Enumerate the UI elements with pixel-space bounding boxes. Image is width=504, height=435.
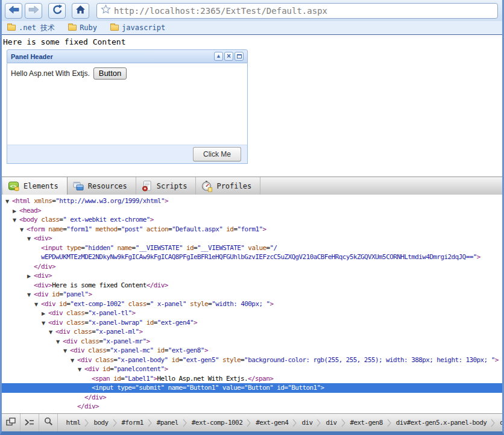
breadcrumb-item[interactable]: #ext-gen8 <box>346 419 387 427</box>
dom-tree-line[interactable]: </div> <box>2 262 502 272</box>
folder-icon <box>68 25 77 31</box>
restore-button[interactable] <box>235 52 244 61</box>
bookmark-label: Ruby <box>80 23 97 32</box>
dom-tree-line[interactable]: ▶<div> <box>2 271 502 281</box>
folder-icon <box>110 25 119 31</box>
disclosure-expanded-icon[interactable]: ▼ <box>42 319 48 328</box>
dom-tree-line[interactable]: ▼<div class="x-panel-bwrap" id="ext-gen4… <box>2 318 502 328</box>
back-icon <box>8 5 19 16</box>
dom-tree-line[interactable]: ▶<div class="x-panel-tl"> <box>2 308 502 318</box>
dom-tree-line[interactable]: <div>Here is some fixed Content</div> <box>2 281 502 290</box>
fixed-content-text: Here is some fixed Content <box>3 37 126 46</box>
search-icon <box>44 417 53 428</box>
bookmark-item[interactable]: Ruby <box>68 23 97 32</box>
dom-tree-line[interactable]: ▼<div class="x-panel-mr"> <box>2 337 502 346</box>
dom-tree: ▼<html xmlns="http://www.w3.org/1999/xht… <box>2 195 502 413</box>
dom-tree-line[interactable]: ▼<div class="x-panel-mc" id="ext-gen8"> <box>2 346 502 355</box>
breadcrumb-item[interactable]: #ext-comp-1002 <box>187 419 247 427</box>
disclosure-expanded-icon[interactable]: ▼ <box>56 337 63 347</box>
disclosure-expanded-icon[interactable]: ▼ <box>5 197 12 207</box>
dom-tree-line[interactable]: ▼<div> <box>2 234 502 243</box>
bookmark-label: javascript <box>122 23 165 32</box>
disclosure-collapsed-icon[interactable]: ▶ <box>42 309 48 319</box>
disclosure-expanded-icon[interactable]: ▼ <box>71 356 77 366</box>
search-button[interactable] <box>39 414 58 431</box>
forward-button[interactable] <box>25 3 42 19</box>
dom-tree-line[interactable]: ▼<div id="panelcontent"> <box>2 365 502 374</box>
breadcrumb-separator-icon <box>113 417 118 429</box>
dom-tree-line[interactable]: ▼<html xmlns="http://www.w3.org/1999/xht… <box>2 196 502 206</box>
dock-button[interactable] <box>2 414 20 431</box>
breadcrumb-item[interactable]: body <box>89 419 112 427</box>
tab-label: Profiles <box>216 182 251 190</box>
click-me-button[interactable]: Click Me <box>193 147 241 161</box>
breadcrumb-item[interactable]: #form1 <box>118 419 148 427</box>
collapse-icon: ▲ <box>217 54 220 58</box>
dock-icon <box>6 418 16 428</box>
disclosure-expanded-icon[interactable]: ▼ <box>49 328 55 337</box>
elements-icon: <> <box>8 180 20 192</box>
panel-title: Panel Header <box>11 53 213 60</box>
url-bar[interactable]: http://localhost:2365/ExtTest/Default.as… <box>96 3 498 19</box>
folder-icon <box>7 25 16 31</box>
breadcrumb-item[interactable]: #ext-gen4 <box>251 419 292 427</box>
dom-tree-line[interactable]: ▼<form name="form1" method="post" action… <box>2 225 502 234</box>
button1[interactable]: Button <box>93 67 127 80</box>
disclosure-collapsed-icon[interactable]: ▶ <box>27 272 34 281</box>
tab-resources[interactable]: Resources <box>68 177 136 195</box>
disclosure-expanded-icon[interactable]: ▼ <box>13 216 19 225</box>
disclosure-collapsed-icon[interactable]: ▶ <box>13 207 19 216</box>
close-button[interactable]: × <box>224 52 233 61</box>
tab-label: Elements <box>24 182 58 190</box>
scripts-icon <box>141 180 153 192</box>
breadcrumb-item[interactable]: div <box>496 419 502 427</box>
panel-label: Hello Asp.net With Extjs. <box>11 69 90 78</box>
breadcrumb-item[interactable]: #panel <box>153 419 183 427</box>
dom-tree-line[interactable]: ▶<head> <box>2 206 502 216</box>
disclosure-expanded-icon[interactable]: ▼ <box>34 300 41 310</box>
url-input[interactable]: http://localhost:2365/ExtTest/Default.as… <box>114 6 327 16</box>
home-icon <box>75 5 86 16</box>
dom-tree-line[interactable]: <input type="hidden" name="__VIEWSTATE" … <box>2 243 502 253</box>
breadcrumb-item[interactable]: div#ext-gen5.x-panel-body <box>392 419 491 427</box>
tab-elements[interactable]: <>Elements <box>3 177 68 195</box>
dom-tree-line[interactable]: </div> <box>2 393 502 402</box>
dom-tree-line[interactable]: ▼<div class="x-panel-ml"> <box>2 327 502 337</box>
bookmark-star-icon[interactable] <box>101 4 111 17</box>
bookmark-item[interactable]: .net 技术 <box>7 23 55 33</box>
console-button[interactable] <box>20 414 39 431</box>
bookmark-item[interactable]: javascript <box>110 23 165 32</box>
dom-tree-line[interactable]: ▼<div id="ext-comp-1002" class=" x-panel… <box>2 299 502 309</box>
nav-toolbar: http://localhost:2365/ExtTest/Default.as… <box>2 0 502 21</box>
tab-profiles[interactable]: Profiles <box>196 177 260 195</box>
disclosure-expanded-icon[interactable]: ▼ <box>20 225 27 235</box>
forward-icon <box>28 5 39 16</box>
dom-tree-line[interactable]: ▼<div class="x-panel-body" id="ext-gen5"… <box>2 355 502 365</box>
bookmark-label: .net 技术 <box>19 23 55 33</box>
home-button[interactable] <box>72 3 89 19</box>
dom-tree-line[interactable]: <input type="submit" name="Button1" valu… <box>2 383 502 393</box>
disclosure-expanded-icon[interactable]: ▼ <box>63 346 70 356</box>
disclosure-expanded-icon[interactable]: ▼ <box>27 290 34 300</box>
dom-tree-line[interactable]: <span id="Label1">Hello Asp.net With Ext… <box>2 374 502 384</box>
tab-scripts[interactable]: Scripts <box>136 177 197 195</box>
disclosure-expanded-icon[interactable]: ▼ <box>27 234 34 244</box>
console-icon <box>24 418 35 428</box>
collapse-button[interactable]: ▲ <box>214 52 223 61</box>
dom-tree-line[interactable]: ▼<div id="panel"> <box>2 290 502 299</box>
breadcrumb-item[interactable]: div <box>297 419 317 427</box>
tab-label: Resources <box>88 182 127 190</box>
breadcrumb-item[interactable]: html <box>61 419 84 427</box>
disclosure-expanded-icon[interactable]: ▼ <box>78 365 84 375</box>
restore-icon <box>237 54 242 58</box>
back-button[interactable] <box>5 3 22 19</box>
panel-body: Hello Asp.net With Extjs.Button <box>7 63 248 145</box>
dom-tree-line[interactable]: ▼<body class=" ext-webkit ext-chrome"> <box>2 215 502 225</box>
breadcrumb-separator-icon <box>491 417 496 429</box>
dom-tree-line[interactable]: wEPDwUKMTEzMDE2NDkyNw9kFgICAw9kFgICAQ8PF… <box>2 252 502 262</box>
dom-tree-line[interactable]: </div> <box>2 402 502 412</box>
breadcrumb-separator-icon <box>341 417 346 429</box>
breadcrumb-item[interactable]: div <box>321 419 341 427</box>
breadcrumb-separator-icon <box>292 417 297 429</box>
reload-button[interactable] <box>48 3 66 19</box>
